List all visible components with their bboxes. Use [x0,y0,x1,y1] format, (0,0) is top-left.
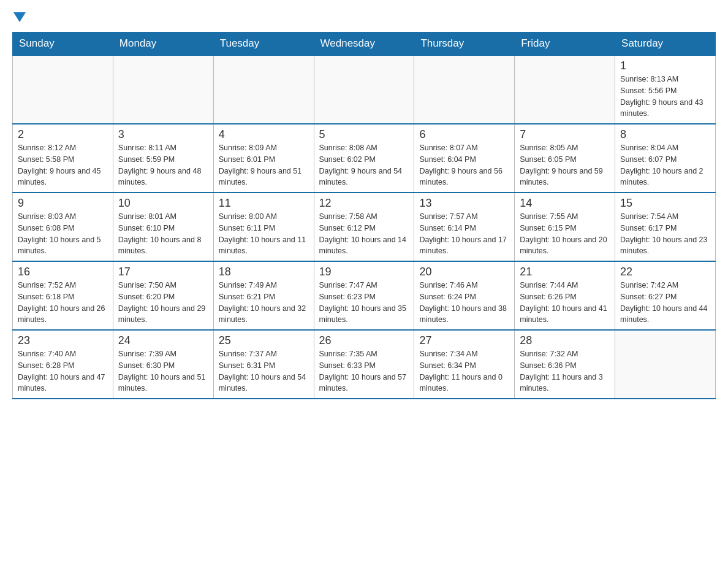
calendar-cell: 19Sunrise: 7:47 AMSunset: 6:23 PMDayligh… [314,261,414,330]
col-header-saturday: Saturday [615,33,716,56]
day-number: 28 [520,334,610,347]
day-number: 27 [419,334,509,347]
day-info: Sunrise: 7:50 AMSunset: 6:20 PMDaylight:… [118,280,208,326]
week-row-1: 1Sunrise: 8:13 AMSunset: 5:56 PMDaylight… [13,55,716,124]
calendar-cell: 2Sunrise: 8:12 AMSunset: 5:58 PMDaylight… [13,124,113,193]
day-info: Sunrise: 7:39 AMSunset: 6:30 PMDaylight:… [118,348,208,394]
col-header-monday: Monday [113,33,213,56]
day-number: 14 [520,197,610,210]
calendar-cell: 24Sunrise: 7:39 AMSunset: 6:30 PMDayligh… [113,330,213,399]
day-info: Sunrise: 8:01 AMSunset: 6:10 PMDaylight:… [118,211,208,257]
day-info: Sunrise: 8:13 AMSunset: 5:56 PMDaylight:… [620,74,710,120]
calendar-cell [13,55,113,124]
day-number: 21 [520,266,610,278]
calendar-cell [615,330,716,399]
calendar-cell: 15Sunrise: 7:54 AMSunset: 6:17 PMDayligh… [615,193,716,261]
day-number: 26 [319,334,409,347]
calendar-cell: 10Sunrise: 8:01 AMSunset: 6:10 PMDayligh… [113,193,213,261]
calendar-cell [213,55,314,124]
day-info: Sunrise: 8:11 AMSunset: 5:59 PMDaylight:… [118,142,208,188]
day-number: 9 [18,197,108,210]
day-number: 17 [118,266,208,278]
day-number: 11 [219,197,309,210]
day-info: Sunrise: 8:07 AMSunset: 6:04 PMDaylight:… [419,142,509,188]
day-number: 20 [419,266,509,278]
logo-triangle-icon [13,12,26,22]
calendar-cell: 17Sunrise: 7:50 AMSunset: 6:20 PMDayligh… [113,261,213,330]
day-info: Sunrise: 8:12 AMSunset: 5:58 PMDaylight:… [18,142,108,188]
col-header-wednesday: Wednesday [314,33,414,56]
calendar-cell: 21Sunrise: 7:44 AMSunset: 6:26 PMDayligh… [515,261,615,330]
day-number: 12 [319,197,409,210]
col-header-thursday: Thursday [414,33,515,56]
day-number: 13 [419,197,509,210]
day-number: 5 [319,128,409,141]
day-info: Sunrise: 8:03 AMSunset: 6:08 PMDaylight:… [18,211,108,257]
calendar-cell: 28Sunrise: 7:32 AMSunset: 6:36 PMDayligh… [515,330,615,399]
day-number: 15 [620,197,710,210]
calendar-table: SundayMondayTuesdayWednesdayThursdayFrid… [12,32,716,399]
day-number: 19 [319,266,409,278]
calendar-cell: 4Sunrise: 8:09 AMSunset: 6:01 PMDaylight… [213,124,314,193]
calendar-cell: 27Sunrise: 7:34 AMSunset: 6:34 PMDayligh… [414,330,515,399]
day-info: Sunrise: 7:40 AMSunset: 6:28 PMDaylight:… [18,348,108,394]
calendar-cell: 11Sunrise: 8:00 AMSunset: 6:11 PMDayligh… [213,193,314,261]
day-info: Sunrise: 7:46 AMSunset: 6:24 PMDaylight:… [419,280,509,326]
day-number: 18 [219,266,309,278]
calendar-cell: 1Sunrise: 8:13 AMSunset: 5:56 PMDaylight… [615,55,716,124]
day-info: Sunrise: 7:34 AMSunset: 6:34 PMDaylight:… [419,348,509,394]
day-info: Sunrise: 7:54 AMSunset: 6:17 PMDaylight:… [620,211,710,257]
day-number: 24 [118,334,208,347]
day-info: Sunrise: 7:32 AMSunset: 6:36 PMDaylight:… [520,348,610,394]
day-number: 23 [18,334,108,347]
calendar-cell [414,55,515,124]
day-number: 10 [118,197,208,210]
calendar-cell: 8Sunrise: 8:04 AMSunset: 6:07 PMDaylight… [615,124,716,193]
day-info: Sunrise: 8:00 AMSunset: 6:11 PMDaylight:… [219,211,309,257]
col-header-sunday: Sunday [13,33,113,56]
week-row-2: 2Sunrise: 8:12 AMSunset: 5:58 PMDaylight… [13,124,716,193]
calendar-cell: 26Sunrise: 7:35 AMSunset: 6:33 PMDayligh… [314,330,414,399]
week-row-3: 9Sunrise: 8:03 AMSunset: 6:08 PMDaylight… [13,193,716,261]
calendar-cell: 18Sunrise: 7:49 AMSunset: 6:21 PMDayligh… [213,261,314,330]
calendar-cell: 13Sunrise: 7:57 AMSunset: 6:14 PMDayligh… [414,193,515,261]
day-number: 22 [620,266,710,278]
day-number: 2 [18,128,108,141]
day-info: Sunrise: 8:04 AMSunset: 6:07 PMDaylight:… [620,142,710,188]
week-row-5: 23Sunrise: 7:40 AMSunset: 6:28 PMDayligh… [13,330,716,399]
day-number: 6 [419,128,509,141]
calendar-cell: 25Sunrise: 7:37 AMSunset: 6:31 PMDayligh… [213,330,314,399]
calendar-cell: 22Sunrise: 7:42 AMSunset: 6:27 PMDayligh… [615,261,716,330]
calendar-cell: 7Sunrise: 8:05 AMSunset: 6:05 PMDaylight… [515,124,615,193]
day-info: Sunrise: 8:08 AMSunset: 6:02 PMDaylight:… [319,142,409,188]
calendar-cell: 16Sunrise: 7:52 AMSunset: 6:18 PMDayligh… [13,261,113,330]
calendar-cell: 5Sunrise: 8:08 AMSunset: 6:02 PMDaylight… [314,124,414,193]
day-number: 3 [118,128,208,141]
day-info: Sunrise: 7:47 AMSunset: 6:23 PMDaylight:… [319,280,409,326]
calendar-cell [314,55,414,124]
week-row-4: 16Sunrise: 7:52 AMSunset: 6:18 PMDayligh… [13,261,716,330]
day-number: 25 [219,334,309,347]
calendar-cell: 12Sunrise: 7:58 AMSunset: 6:12 PMDayligh… [314,193,414,261]
col-header-friday: Friday [515,33,615,56]
day-info: Sunrise: 8:05 AMSunset: 6:05 PMDaylight:… [520,142,610,188]
calendar-cell: 20Sunrise: 7:46 AMSunset: 6:24 PMDayligh… [414,261,515,330]
day-number: 16 [18,266,108,278]
day-number: 1 [620,59,710,72]
day-number: 8 [620,128,710,141]
day-info: Sunrise: 8:09 AMSunset: 6:01 PMDaylight:… [219,142,309,188]
day-info: Sunrise: 7:44 AMSunset: 6:26 PMDaylight:… [520,280,610,326]
logo [12,12,26,22]
day-info: Sunrise: 7:57 AMSunset: 6:14 PMDaylight:… [419,211,509,257]
page-header [12,12,716,22]
day-info: Sunrise: 7:35 AMSunset: 6:33 PMDaylight:… [319,348,409,394]
calendar-cell [113,55,213,124]
day-number: 4 [219,128,309,141]
calendar-cell: 3Sunrise: 8:11 AMSunset: 5:59 PMDaylight… [113,124,213,193]
day-info: Sunrise: 7:42 AMSunset: 6:27 PMDaylight:… [620,280,710,326]
day-info: Sunrise: 7:37 AMSunset: 6:31 PMDaylight:… [219,348,309,394]
calendar-cell: 23Sunrise: 7:40 AMSunset: 6:28 PMDayligh… [13,330,113,399]
day-info: Sunrise: 7:52 AMSunset: 6:18 PMDaylight:… [18,280,108,326]
calendar-cell: 9Sunrise: 8:03 AMSunset: 6:08 PMDaylight… [13,193,113,261]
calendar-cell [515,55,615,124]
